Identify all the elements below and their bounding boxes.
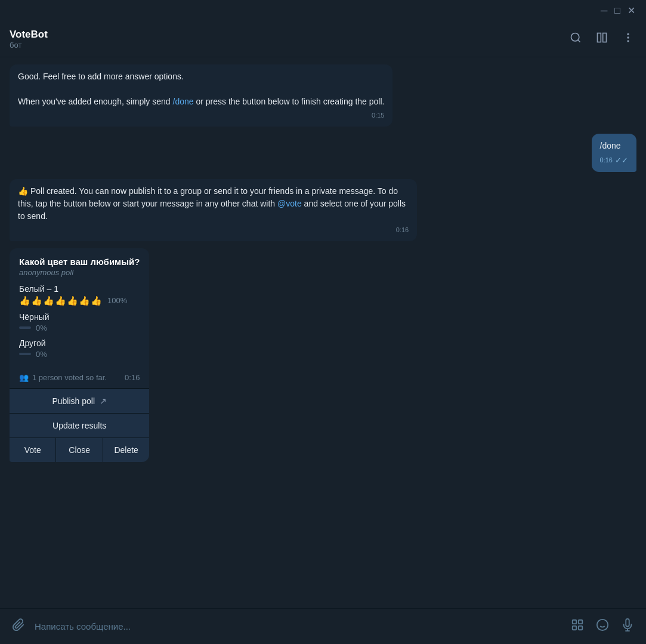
minimize-button[interactable]: ─ bbox=[597, 6, 611, 16]
poll-content: Какой цвет ваш любимый? anonymous poll Б… bbox=[10, 248, 149, 371]
chat-subtitle: бот bbox=[10, 41, 567, 50]
message-text: 👍 Poll created. You can now publish it t… bbox=[18, 186, 406, 221]
message-bubble: /done 0:16 ✓✓ bbox=[592, 134, 636, 172]
poll-option: Чёрный 0% bbox=[19, 312, 140, 332]
layout-button[interactable] bbox=[594, 29, 610, 49]
search-button[interactable] bbox=[567, 29, 584, 49]
message-bubble: Good. Feel free to add more answer optio… bbox=[10, 64, 392, 127]
svg-point-4 bbox=[627, 33, 629, 35]
chat-title: VoteBot bbox=[10, 29, 567, 41]
poll-option-label: Другой bbox=[19, 338, 140, 348]
close-poll-button[interactable]: Close bbox=[56, 438, 103, 462]
svg-point-11 bbox=[597, 619, 608, 630]
publish-poll-label: Publish poll bbox=[52, 396, 95, 406]
header-icons bbox=[567, 29, 636, 49]
done-link[interactable]: /done bbox=[173, 97, 194, 106]
vote-label: Vote bbox=[24, 445, 41, 455]
poll-buttons: Publish poll ↗ Update results Vote Close… bbox=[10, 388, 149, 462]
delete-poll-button[interactable]: Delete bbox=[103, 438, 149, 462]
chat-info: VoteBot бот bbox=[10, 29, 567, 50]
poll-option-label: Чёрный bbox=[19, 312, 140, 322]
voters-text: 1 person voted so far. bbox=[32, 373, 107, 382]
vote-button[interactable]: Vote bbox=[10, 438, 56, 462]
close-label: Close bbox=[69, 445, 90, 455]
vote-link[interactable]: @vote bbox=[277, 199, 302, 208]
svg-point-5 bbox=[627, 36, 629, 38]
read-receipt-icon: ✓✓ bbox=[615, 155, 628, 167]
progress-bar bbox=[19, 326, 31, 329]
update-results-label: Update results bbox=[52, 421, 106, 430]
svg-rect-8 bbox=[579, 620, 582, 623]
poll-option: Белый – 1 👍👍👍👍👍👍👍 100% bbox=[19, 284, 140, 306]
message-row: Good. Feel free to add more answer optio… bbox=[10, 64, 636, 127]
poll-option: Другой 0% bbox=[19, 338, 140, 359]
maximize-button[interactable]: □ bbox=[611, 6, 624, 16]
svg-line-1 bbox=[578, 40, 580, 42]
message-text: Good. Feel free to add more answer optio… bbox=[18, 72, 384, 106]
chat-area: Good. Feel free to add more answer optio… bbox=[0, 57, 646, 608]
input-area bbox=[0, 608, 646, 644]
message-input[interactable] bbox=[35, 621, 561, 631]
poll-emoji-bar: 👍👍👍👍👍👍👍 bbox=[19, 295, 103, 306]
message-time: 0:15 bbox=[18, 110, 384, 121]
poll-row: Какой цвет ваш любимый? anonymous poll Б… bbox=[10, 248, 636, 462]
voters-icon: 👥 bbox=[19, 373, 29, 382]
titlebar: ─ □ ✕ bbox=[0, 0, 646, 21]
close-button[interactable]: ✕ bbox=[624, 6, 639, 16]
right-icons bbox=[568, 616, 636, 637]
emoji-button[interactable] bbox=[594, 616, 611, 637]
svg-rect-10 bbox=[573, 625, 576, 629]
chat-header: VoteBot бот bbox=[0, 21, 646, 57]
poll-card: Какой цвет ваш любимый? anonymous poll Б… bbox=[10, 248, 149, 462]
poll-pct: 0% bbox=[36, 350, 47, 359]
message-time: 0:16 ✓✓ bbox=[600, 155, 628, 167]
svg-rect-2 bbox=[598, 33, 601, 42]
poll-voters: 👥 1 person voted so far. bbox=[19, 373, 107, 382]
svg-point-6 bbox=[627, 40, 629, 42]
attach-button[interactable] bbox=[10, 616, 27, 637]
mic-button[interactable] bbox=[619, 616, 636, 637]
message-text: /done bbox=[600, 141, 621, 150]
poll-option-bar: 0% bbox=[19, 350, 140, 359]
message-time: 0:16 bbox=[18, 225, 409, 235]
poll-action-row: Vote Close Delete bbox=[10, 437, 149, 462]
poll-footer: 👥 1 person voted so far. 0:16 bbox=[10, 371, 149, 388]
svg-point-0 bbox=[571, 33, 579, 41]
more-button[interactable] bbox=[620, 29, 636, 49]
poll-question: Какой цвет ваш любимый? bbox=[19, 257, 140, 267]
poll-pct: 0% bbox=[36, 323, 47, 332]
svg-rect-9 bbox=[579, 625, 582, 629]
publish-icon: ↗ bbox=[100, 396, 107, 406]
poll-pct: 100% bbox=[107, 296, 127, 305]
poll-option-bar: 👍👍👍👍👍👍👍 100% bbox=[19, 295, 140, 306]
svg-rect-3 bbox=[603, 33, 607, 42]
update-results-button[interactable]: Update results bbox=[10, 413, 149, 437]
delete-label: Delete bbox=[114, 445, 138, 455]
message-bubble: 👍 Poll created. You can now publish it t… bbox=[10, 179, 417, 241]
progress-bar bbox=[19, 353, 31, 355]
poll-option-label: Белый – 1 bbox=[19, 284, 140, 294]
poll-type: anonymous poll bbox=[19, 268, 140, 277]
message-row: 👍 Poll created. You can now publish it t… bbox=[10, 179, 636, 241]
poll-card-time: 0:16 bbox=[125, 373, 140, 382]
commands-button[interactable] bbox=[568, 616, 586, 637]
publish-poll-button[interactable]: Publish poll ↗ bbox=[10, 389, 149, 413]
svg-rect-7 bbox=[573, 620, 576, 623]
message-row: /done 0:16 ✓✓ bbox=[10, 134, 636, 172]
poll-option-bar: 0% bbox=[19, 323, 140, 332]
